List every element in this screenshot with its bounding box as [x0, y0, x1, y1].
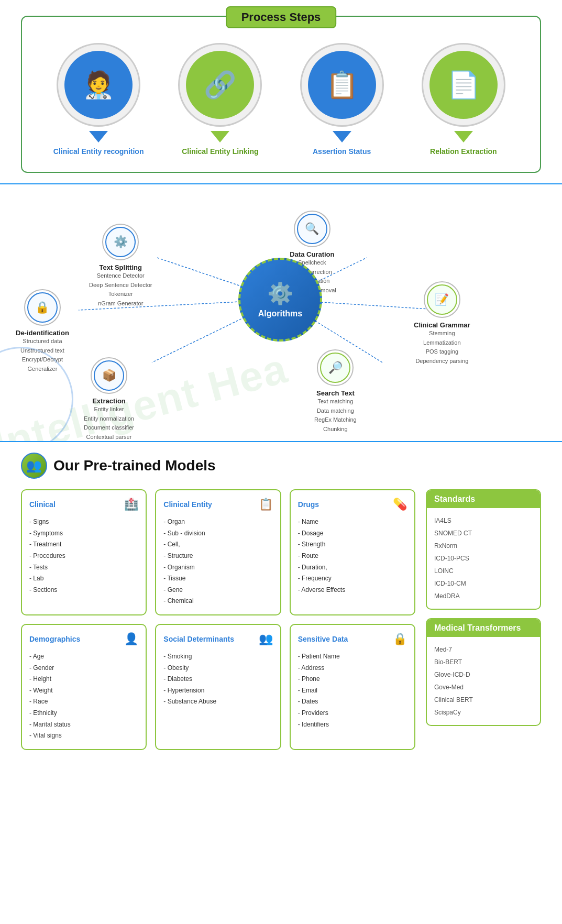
model-card-drugs-title: Drugs — [298, 500, 319, 509]
process-step-3: 📋 Assertion Status — [295, 43, 389, 156]
process-step-1: 🧑‍⚕️ Clinical Entity recognition — [51, 43, 146, 156]
step-arrow-4 — [454, 131, 473, 142]
model-card-clinical-entity-title: Clinical Entity — [163, 500, 212, 509]
step-circle-inner-3: 📋 — [308, 51, 376, 119]
medical-transformers-box: Medical Transformers Med-7Bio-BERTGlove-… — [426, 618, 541, 726]
clinical-entity-icon: 🧑‍⚕️ — [82, 70, 115, 100]
step-label-4: Relation Extraction — [430, 147, 497, 156]
models-grid-row1: Clinical 🏥 - Signs- Symptoms- Treatment-… — [21, 489, 415, 615]
clinical-grammar-inner: 📝 — [427, 284, 457, 315]
text-splitting-items: Sentence DetectorDeep Sentence DetectorT… — [89, 271, 152, 308]
process-steps-section: Process Steps 🧑‍⚕️ Clinical Entity recog… — [21, 16, 541, 173]
standards-title-text: Standards — [434, 494, 475, 504]
model-card-drugs-items: - Name- Dosage- Strength- Route- Duratio… — [298, 516, 407, 596]
model-card-clinical-entity-header: Clinical Entity 📋 — [163, 498, 272, 511]
model-card-clinical-icon: 🏥 — [124, 498, 138, 511]
step-label-2: Clinical Entity Linking — [182, 147, 258, 156]
text-splitting-node: ⚙️ Text Splitting Sentence DetectorDeep … — [89, 224, 152, 308]
models-right: Standards IA4LSSNOMED CTRxNormICD-10-PCS… — [426, 489, 541, 758]
clinical-grammar-title: Clinical Grammar — [414, 321, 470, 329]
step-label-3: Assertion Status — [313, 147, 371, 156]
algo-container: ⚙️ Algorithms ⚙️ Text Splitting Sentence… — [0, 195, 562, 436]
medical-transformers-title: Medical Transformers — [427, 619, 540, 637]
model-card-demographics-items: - Age- Gender- Height- Weight- Race- Eth… — [29, 651, 138, 742]
model-card-social-title: Social Determinants — [163, 635, 234, 643]
step-arrow-2 — [211, 131, 229, 142]
model-card-drugs-header: Drugs 💊 — [298, 498, 407, 511]
model-card-clinical-header: Clinical 🏥 — [29, 498, 138, 511]
models-title: Our Pre-trained Models — [53, 457, 216, 474]
medical-transformers-items: Med-7Bio-BERTGlove-ICD-DGove-MedClinical… — [427, 637, 540, 725]
deidentification-node: 🔒 De-identification Structured dataUnstr… — [16, 289, 69, 373]
model-card-drugs-icon: 💊 — [393, 498, 407, 511]
search-text-items: Text matchingData matchingRegEx Matching… — [314, 397, 357, 434]
models-left: Clinical 🏥 - Signs- Symptoms- Treatment-… — [21, 489, 415, 758]
deidentification-items: Structured dataUnstructured textEncrypt/… — [16, 337, 69, 373]
step-circle-outer-4: 📄 — [422, 43, 505, 127]
model-card-clinical: Clinical 🏥 - Signs- Symptoms- Treatment-… — [21, 489, 147, 615]
algorithms-section: Intelligent Hea ⚙️ Algorithms ⚙️ Text Sp… — [0, 183, 562, 442]
models-content: Clinical 🏥 - Signs- Symptoms- Treatment-… — [21, 489, 541, 758]
model-card-social-items: - Smoking- Obesity- Diabetes- Hypertensi… — [163, 651, 272, 708]
step-arrow-3 — [333, 131, 351, 142]
extraction-circle: 📦 — [91, 357, 127, 394]
process-steps-title: Process Steps — [226, 6, 337, 28]
model-card-social-icon: 👥 — [259, 632, 273, 646]
step-arrow-1 — [89, 131, 108, 142]
search-text-node: 🔎 Search Text Text matchingData matching… — [314, 349, 357, 434]
model-card-demographics-title: Demographics — [29, 635, 80, 643]
model-card-demographics-icon: 👤 — [124, 632, 138, 646]
relation-extraction-icon: 📄 — [447, 70, 480, 100]
model-card-sensitive-items: - Patient Name- Address- Phone- Email- D… — [298, 651, 407, 730]
process-steps-row: 🧑‍⚕️ Clinical Entity recognition 🔗 Clini… — [27, 43, 535, 156]
model-card-social-header: Social Determinants 👥 — [163, 632, 272, 646]
algorithms-center-label: Algorithms — [258, 309, 302, 318]
assertion-icon: 📋 — [326, 70, 358, 100]
model-card-social: Social Determinants 👥 - Smoking- Obesity… — [155, 624, 281, 750]
model-card-demographics-header: Demographics 👤 — [29, 632, 138, 646]
pre-trained-models-section: 👥 Our Pre-trained Models Clinical 🏥 - Si… — [0, 442, 562, 774]
step-circle-inner-1: 🧑‍⚕️ — [64, 51, 133, 119]
process-step-2: 🔗 Clinical Entity Linking — [173, 43, 267, 156]
deidentification-inner: 🔒 — [27, 292, 58, 323]
medical-transformers-title-text: Medical Transformers — [434, 623, 521, 633]
step-circle-outer-3: 📋 — [300, 43, 384, 127]
data-curation-circle: 🔍 — [294, 211, 330, 247]
model-card-clinical-title: Clinical — [29, 500, 56, 509]
model-card-sensitive-title: Sensitive Data — [298, 635, 348, 643]
models-header-icon: 👥 — [21, 453, 47, 479]
standards-items: IA4LSSNOMED CTRxNormICD-10-PCSLOINCICD-1… — [427, 508, 540, 609]
deidentification-circle: 🔒 — [24, 289, 61, 326]
step-circle-outer-1: 🧑‍⚕️ — [57, 43, 140, 127]
models-header: 👥 Our Pre-trained Models — [21, 453, 541, 479]
clinical-grammar-circle: 📝 — [424, 281, 460, 318]
data-curation-title: Data Curation — [288, 250, 336, 258]
search-text-title: Search Text — [314, 389, 357, 397]
model-card-sensitive-icon: 🔒 — [393, 632, 407, 646]
models-grid-row2: Demographics 👤 - Age- Gender- Height- We… — [21, 624, 415, 750]
clinical-linking-icon: 🔗 — [204, 70, 236, 100]
clinical-grammar-node: 📝 Clinical Grammar StemmingLemmatization… — [414, 281, 470, 366]
model-card-sensitive-header: Sensitive Data 🔒 — [298, 632, 407, 646]
extraction-node: 📦 Extraction Entity linkerEntity normali… — [84, 357, 134, 442]
algorithms-center: ⚙️ Algorithms — [238, 258, 322, 342]
extraction-title: Extraction — [84, 397, 134, 405]
step-label-1: Clinical Entity recognition — [53, 147, 144, 156]
extraction-inner: 📦 — [94, 360, 124, 391]
search-text-inner: 🔎 — [320, 353, 350, 383]
standards-box: Standards IA4LSSNOMED CTRxNormICD-10-PCS… — [426, 489, 541, 610]
deidentification-title: De-identification — [16, 329, 69, 337]
clinical-grammar-items: StemmingLemmatizationPOS taggingDependen… — [414, 329, 470, 366]
step-circle-inner-4: 📄 — [429, 51, 498, 119]
extraction-items: Entity linkerEntity normalizationDocumen… — [84, 405, 134, 442]
step-circle-outer-2: 🔗 — [178, 43, 262, 127]
step-circle-inner-2: 🔗 — [186, 51, 254, 119]
standards-title: Standards — [427, 490, 540, 508]
model-card-clinical-entity-icon: 📋 — [259, 498, 273, 511]
search-text-circle: 🔎 — [317, 349, 354, 386]
algorithms-center-icon: ⚙️ — [267, 281, 293, 306]
data-curation-inner: 🔍 — [297, 214, 327, 244]
process-step-4: 📄 Relation Extraction — [416, 43, 511, 156]
text-splitting-circle: ⚙️ — [102, 224, 139, 260]
model-card-clinical-entity: Clinical Entity 📋 - Organ- Sub - divisio… — [155, 489, 281, 615]
